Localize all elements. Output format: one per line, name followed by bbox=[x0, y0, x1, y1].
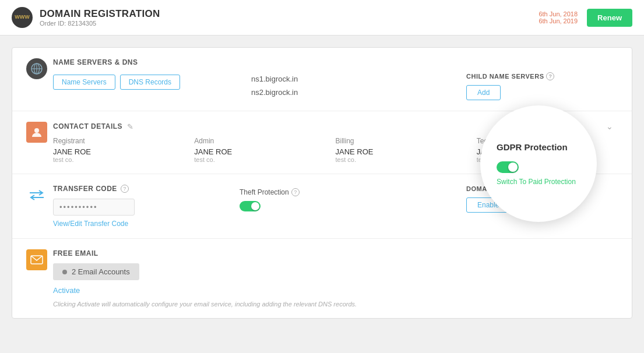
admin-name: JANE ROE bbox=[194, 147, 335, 156]
theft-section: Theft Protection ? bbox=[228, 185, 455, 228]
contact-section: CONTACT DETAILS ✎ ⌄ Registrant JANE ROE … bbox=[12, 111, 632, 174]
theft-help-icon[interactable]: ? bbox=[291, 188, 300, 196]
header-right: 6th Jun, 2018 6th Jun, 2019 Renew bbox=[539, 9, 632, 27]
toggle-knob bbox=[508, 163, 518, 172]
email-icon bbox=[26, 249, 47, 270]
order-id: Order ID: 82134305 bbox=[40, 20, 160, 27]
dns-records-button[interactable]: DNS Records bbox=[120, 75, 180, 90]
main-card: NAME SERVERS & DNS Name Servers DNS Reco… bbox=[12, 47, 632, 319]
admin-company: test co. bbox=[194, 156, 335, 163]
child-ns-add-button[interactable]: Add bbox=[466, 85, 501, 100]
gdpr-toggle-container bbox=[497, 161, 519, 173]
page-title: DOMAIN REGISTRATION bbox=[40, 8, 160, 20]
transfer-code-input bbox=[53, 199, 135, 216]
contact-person-icon bbox=[26, 122, 47, 143]
date-start: 6th Jun, 2018 bbox=[539, 10, 578, 17]
free-email-title: FREE EMAIL bbox=[53, 249, 618, 257]
transfer-help-icon[interactable]: ? bbox=[121, 185, 129, 193]
ns-server-2: ns2.bigrock.in bbox=[251, 86, 455, 99]
contact-title: CONTACT DETAILS bbox=[53, 122, 122, 130]
main-content: NAME SERVERS & DNS Name Servers DNS Reco… bbox=[0, 36, 644, 330]
child-ns-title: CHILD NAME SERVERS ? bbox=[466, 72, 554, 80]
theft-label: Theft Protection ? bbox=[240, 188, 300, 196]
transfer-title: TRANSFER CODE bbox=[53, 185, 117, 193]
name-servers-button[interactable]: Name Servers bbox=[53, 75, 115, 90]
email-status-dot bbox=[62, 270, 67, 274]
contact-registrant: Registrant JANE ROE test co. bbox=[53, 137, 194, 163]
gdpr-toggle[interactable] bbox=[497, 161, 519, 173]
registrant-company: test co. bbox=[53, 156, 194, 163]
date-end: 6th Jun, 2019 bbox=[539, 17, 578, 24]
logo-icon: WWW bbox=[12, 7, 33, 28]
billing-name: JANE ROE bbox=[336, 147, 477, 156]
activate-email-link[interactable]: Activate bbox=[53, 286, 618, 295]
free-email-section: FREE EMAIL 2 Email Accounts Activate Cli… bbox=[12, 239, 632, 318]
ns-buttons-area: Name Servers DNS Records bbox=[53, 72, 240, 90]
theft-toggle[interactable] bbox=[240, 201, 261, 211]
page-wrapper: WWW DOMAIN REGISTRATION Order ID: 821343… bbox=[0, 0, 644, 353]
activate-note: Clicking Activate will automatically con… bbox=[53, 301, 618, 308]
contact-admin: Admin JANE ROE test co. bbox=[194, 137, 335, 163]
header: WWW DOMAIN REGISTRATION Order ID: 821343… bbox=[0, 0, 644, 36]
ns-server-1: ns1.bigrock.in bbox=[251, 72, 455, 86]
globe-icon bbox=[26, 58, 47, 79]
registrant-label: Registrant bbox=[53, 137, 194, 145]
child-ns-area: CHILD NAME SERVERS ? Add bbox=[455, 72, 618, 100]
transfer-icon bbox=[26, 185, 47, 206]
renew-button[interactable]: Renew bbox=[587, 9, 632, 27]
nameservers-title: NAME SERVERS & DNS bbox=[53, 58, 618, 66]
edit-contact-icon[interactable]: ✎ bbox=[127, 122, 133, 131]
gdpr-title: GDPR Protection bbox=[497, 142, 568, 152]
svg-point-4 bbox=[34, 128, 39, 133]
admin-label: Admin bbox=[194, 137, 335, 145]
contact-collapse-button[interactable]: ⌄ bbox=[601, 122, 618, 131]
nameservers-section: NAME SERVERS & DNS Name Servers DNS Reco… bbox=[12, 48, 632, 111]
view-edit-transfer-link[interactable]: View/Edit Transfer Code bbox=[53, 220, 128, 228]
gdpr-popup: GDPR Protection Switch To Paid Protectio… bbox=[480, 105, 597, 222]
gdpr-switch-link[interactable]: Switch To Paid Protection bbox=[497, 178, 576, 186]
header-dates: 6th Jun, 2018 6th Jun, 2019 bbox=[539, 10, 578, 24]
registrant-name: JANE ROE bbox=[53, 147, 194, 156]
ns-servers-list: ns1.bigrock.in ns2.bigrock.in bbox=[240, 72, 455, 100]
billing-company: test co. bbox=[336, 156, 477, 163]
header-title-block: DOMAIN REGISTRATION Order ID: 82134305 bbox=[40, 8, 160, 27]
billing-label: Billing bbox=[336, 137, 477, 145]
theft-toggle-knob bbox=[251, 202, 259, 210]
email-accounts-badge: 2 Email Accounts bbox=[53, 263, 139, 280]
contact-billing: Billing JANE ROE test co. bbox=[336, 137, 477, 163]
header-left: WWW DOMAIN REGISTRATION Order ID: 821343… bbox=[12, 7, 160, 28]
child-ns-help-icon[interactable]: ? bbox=[546, 72, 554, 80]
